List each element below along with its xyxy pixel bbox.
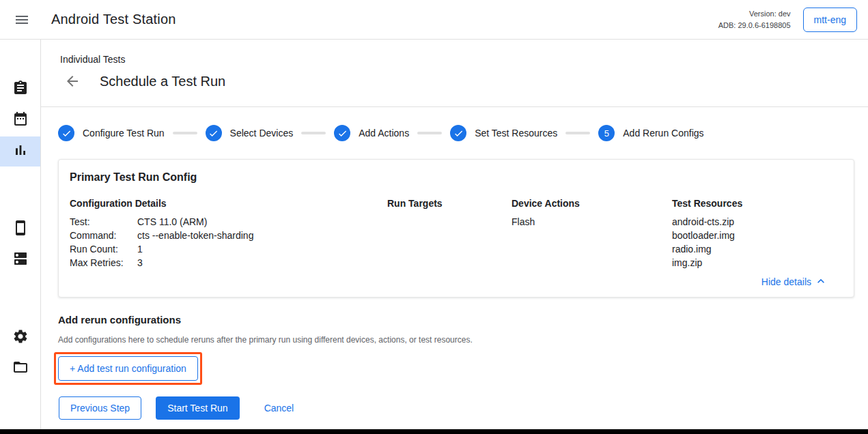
breadcrumb: Individual Tests — [60, 54, 868, 65]
step-label: Set Test Resources — [475, 128, 557, 139]
annotation-highlight-box: + Add test run configuration — [54, 352, 202, 385]
check-icon — [450, 125, 466, 141]
step-connector — [173, 132, 197, 134]
card-title: Primary Test Run Config — [70, 171, 843, 184]
menu-icon[interactable] — [14, 12, 30, 28]
page-header: Individual Tests Schedule a Test Run — [41, 40, 868, 107]
start-test-run-button[interactable]: Start Test Run — [156, 396, 239, 420]
step-connector — [565, 132, 590, 134]
footer-actions: Previous Step Start Test Run Cancel — [41, 396, 868, 420]
config-value: cts --enable-token-sharding — [137, 229, 253, 242]
hide-details-link[interactable]: Hide details — [70, 274, 843, 290]
step-label: Configure Test Run — [83, 128, 165, 139]
test-resource-item: img.zip — [672, 256, 843, 270]
check-icon — [334, 125, 350, 141]
back-arrow-icon[interactable] — [64, 73, 81, 89]
step-configure-test-run[interactable]: Configure Test Run — [58, 125, 165, 141]
step-set-test-resources[interactable]: Set Test Resources — [450, 125, 557, 141]
smartphone-icon — [12, 220, 29, 239]
step-add-actions[interactable]: Add Actions — [334, 125, 409, 141]
column-header: Configuration Details — [70, 198, 387, 209]
step-number-badge: 5 — [598, 125, 615, 141]
stepper: Configure Test Run Select Devices Add Ac… — [41, 107, 868, 159]
column-header: Device Actions — [512, 198, 672, 209]
adb-version-line: ADB: 29.0.6-6198805 — [718, 20, 791, 31]
config-row: Run Count: 1 — [70, 242, 387, 256]
app-title: Android Test Station — [51, 12, 176, 27]
calendar-icon — [12, 111, 29, 130]
sidebar-item-settings[interactable] — [0, 323, 40, 353]
step-label: Select Devices — [230, 128, 294, 139]
column-header: Run Targets — [387, 198, 512, 209]
device-action-item: Flash — [512, 215, 672, 229]
user-menu-button[interactable]: mtt-eng — [803, 8, 857, 32]
folder-icon — [12, 359, 29, 378]
test-resource-item: android-cts.zip — [672, 215, 843, 229]
bottom-black-bar — [0, 429, 868, 434]
configuration-details-column: Configuration Details Test: CTS 11.0 (AR… — [70, 198, 387, 270]
config-label: Max Retries: — [70, 256, 137, 270]
config-label: Test: — [70, 215, 137, 229]
config-row: Command: cts --enable-token-sharding — [70, 229, 387, 242]
check-icon — [58, 125, 74, 141]
clipboard-icon — [12, 80, 29, 99]
version-info: Version: dev ADB: 29.0.6-6198805 — [718, 8, 791, 31]
step-label: Add Rerun Configs — [623, 128, 703, 139]
config-value: 3 — [137, 256, 143, 270]
previous-step-button[interactable]: Previous Step — [59, 396, 141, 420]
step-add-rerun-configs[interactable]: 5 Add Rerun Configs — [598, 125, 703, 141]
sidebar-item-calendar[interactable] — [0, 105, 40, 135]
config-label: Run Count: — [70, 242, 137, 256]
config-row: Max Retries: 3 — [70, 256, 387, 270]
step-connector — [301, 132, 326, 134]
sidebar — [0, 40, 41, 429]
sidebar-item-folder[interactable] — [0, 353, 40, 384]
step-connector — [417, 132, 442, 134]
sidebar-item-clipboard[interactable] — [0, 74, 40, 104]
primary-test-run-config-card: Primary Test Run Config Configuration De… — [58, 159, 854, 298]
check-icon — [206, 125, 222, 141]
test-resources-column: Test Resources android-cts.zip bootloade… — [672, 198, 843, 270]
hide-details-label: Hide details — [761, 276, 811, 287]
bar-chart-icon — [12, 142, 29, 161]
android-test-station-app: Android Test Station Version: dev ADB: 2… — [0, 0, 868, 434]
test-resource-item: radio.img — [672, 242, 843, 256]
storage-icon — [12, 250, 29, 270]
config-row: Test: CTS 11.0 (ARM) — [70, 215, 387, 229]
chevron-up-icon — [814, 274, 828, 290]
config-value: 1 — [137, 242, 143, 256]
step-label: Add Actions — [359, 128, 409, 139]
column-header: Test Resources — [672, 198, 843, 209]
device-actions-column: Device Actions Flash — [512, 198, 672, 270]
app-bar: Android Test Station Version: dev ADB: 2… — [0, 0, 868, 40]
gear-icon — [12, 328, 29, 347]
add-test-run-configuration-button[interactable]: + Add test run configuration — [58, 356, 198, 381]
config-label: Command: — [70, 229, 137, 242]
rerun-section-title: Add rerun configurations — [58, 314, 868, 326]
run-targets-column: Run Targets — [387, 198, 512, 270]
version-line: Version: dev — [718, 8, 791, 20]
rerun-configurations-section: Add rerun configurations Add configurati… — [41, 298, 868, 385]
sidebar-item-bar-chart[interactable] — [0, 136, 40, 167]
config-value: CTS 11.0 (ARM) — [137, 215, 207, 229]
rerun-section-description: Add configurations here to schedule reru… — [58, 335, 868, 345]
test-resource-item: bootloader.img — [672, 229, 843, 242]
cancel-button[interactable]: Cancel — [256, 397, 303, 419]
step-select-devices[interactable]: Select Devices — [206, 125, 294, 141]
sidebar-item-smartphone[interactable] — [0, 214, 40, 244]
sidebar-item-storage[interactable] — [0, 245, 40, 275]
page-title: Schedule a Test Run — [100, 74, 225, 89]
